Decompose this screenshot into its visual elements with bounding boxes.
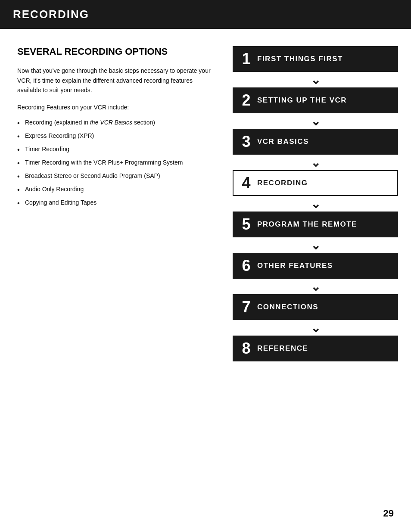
nav-step-1[interactable]: 1 FIRST THINGS FIRST (233, 46, 398, 72)
step-number-1: 1 (234, 51, 257, 67)
list-item: Timer Recording with the VCR Plus+ Progr… (17, 156, 215, 169)
arrow-4: ⌄ (233, 196, 398, 212)
step-number-3: 3 (234, 134, 257, 149)
main-content: SEVERAL RECORDING OPTIONS Now that you'v… (0, 29, 411, 379)
page-number: 29 (383, 508, 394, 519)
section-title: SEVERAL RECORDING OPTIONS (17, 46, 215, 57)
step-label-5: PROGRAM THE REMOTE (257, 220, 357, 229)
nav-step-2[interactable]: 2 SETTING UP THE VCR (233, 87, 398, 113)
step-label-4: RECORDING (257, 179, 308, 187)
step-number-7: 7 (234, 299, 257, 315)
step-number-2: 2 (234, 93, 257, 108)
nav-step-3[interactable]: 3 VCR BASICS (233, 129, 398, 155)
step-label-7: CONNECTIONS (257, 303, 318, 311)
step-label-8: REFERENCE (257, 344, 308, 353)
step-label-3: VCR BASICS (257, 137, 309, 146)
page-header: RECORDING (0, 0, 411, 29)
page-title: RECORDING (13, 8, 398, 21)
page-container: RECORDING SEVERAL RECORDING OPTIONS Now … (0, 0, 411, 532)
list-item: Recording (explained in the VCR Basics s… (17, 116, 215, 129)
list-item: Broadcast Stereo or Second Audio Program… (17, 169, 215, 183)
list-item: Copying and Editing Tapes (17, 196, 215, 209)
features-list: Recording (explained in the VCR Basics s… (17, 116, 215, 209)
nav-steps-column: 1 FIRST THINGS FIRST ⌄ 2 SETTING UP THE … (233, 46, 398, 361)
nav-step-5[interactable]: 5 PROGRAM THE REMOTE (233, 212, 398, 237)
arrow-5: ⌄ (233, 237, 398, 253)
list-item: Timer Recording (17, 143, 215, 156)
arrow-6: ⌄ (233, 279, 398, 294)
nav-step-8[interactable]: 8 REFERENCE (233, 336, 398, 361)
step-label-1: FIRST THINGS FIRST (257, 55, 343, 63)
nav-step-6[interactable]: 6 OTHER FEATURES (233, 253, 398, 279)
list-item: Express Recording (XPR) (17, 129, 215, 143)
step-number-5: 5 (234, 217, 257, 232)
arrow-2: ⌄ (233, 113, 398, 129)
step-number-6: 6 (234, 258, 257, 274)
step-number-8: 8 (234, 341, 257, 356)
features-intro: Recording Features on your VCR include: (17, 104, 215, 111)
step-label-6: OTHER FEATURES (257, 261, 333, 270)
list-item: Audio Only Recording (17, 183, 215, 196)
arrow-7: ⌄ (233, 320, 398, 336)
arrow-1: ⌄ (233, 72, 398, 87)
step-label-2: SETTING UP THE VCR (257, 96, 347, 105)
step-number-4: 4 (234, 175, 257, 191)
nav-step-4[interactable]: 4 RECORDING (233, 170, 398, 196)
arrow-3: ⌄ (233, 155, 398, 170)
nav-step-7[interactable]: 7 CONNECTIONS (233, 294, 398, 320)
left-column: SEVERAL RECORDING OPTIONS Now that you'v… (17, 46, 215, 361)
intro-paragraph: Now that you've gone through the basic s… (17, 66, 215, 95)
